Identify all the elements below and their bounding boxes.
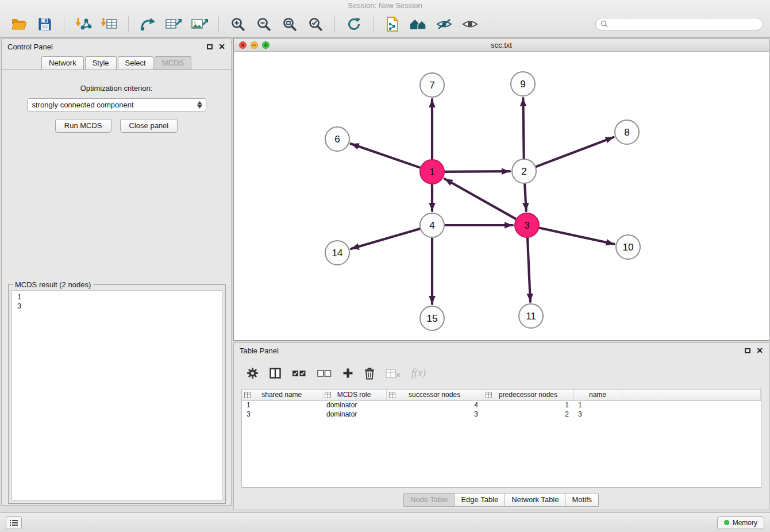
maximize-window-icon[interactable] <box>262 41 270 49</box>
cell-predecessor-nodes[interactable]: 2 <box>483 410 573 419</box>
open-session-button[interactable] <box>7 13 31 35</box>
cell-shared-name[interactable]: 3 <box>242 410 322 419</box>
deselect-all-button[interactable] <box>317 369 332 378</box>
cell-predecessor-nodes[interactable]: 1 <box>483 400 573 410</box>
search-input[interactable] <box>611 20 758 28</box>
table-toolbar: f(x) <box>234 358 769 383</box>
delete-table-button[interactable] <box>386 368 401 379</box>
graph-node-1[interactable]: 1 <box>420 160 444 184</box>
welcome-screen-button[interactable] <box>406 13 430 35</box>
graph-node-9[interactable]: 9 <box>511 72 535 96</box>
tab-network-table[interactable]: Network Table <box>505 493 565 507</box>
graph-node-2[interactable]: 2 <box>512 159 536 183</box>
close-panel-icon[interactable]: ✕ <box>218 44 225 49</box>
column-header[interactable]: name <box>573 390 622 400</box>
table-row[interactable]: 1 dominator 4 1 1 <box>242 400 761 410</box>
zoom-out-icon <box>256 17 271 32</box>
graph-node-14[interactable]: 14 <box>325 241 349 265</box>
graph-node-8[interactable]: 8 <box>615 120 639 144</box>
zoom-fit-button[interactable] <box>278 13 302 35</box>
graph-node-6[interactable]: 6 <box>325 127 349 151</box>
graph-edge-3-11[interactable] <box>528 236 530 302</box>
window-title: Session: New Session <box>0 0 770 10</box>
plus-icon <box>342 368 353 379</box>
delete-columns-button[interactable] <box>364 367 375 380</box>
table-mode-button[interactable] <box>247 367 259 379</box>
select-all-button[interactable] <box>292 369 306 378</box>
create-column-button[interactable] <box>342 368 353 379</box>
tab-mcds[interactable]: MCDS <box>155 56 191 70</box>
close-panel-button[interactable]: Close panel <box>120 119 178 133</box>
export-table-icon <box>165 17 182 32</box>
duplicate-network-button[interactable] <box>380 13 405 35</box>
toolbar-separator <box>218 16 219 32</box>
graph-node-15[interactable]: 15 <box>420 306 444 330</box>
zoom-selected-button[interactable] <box>303 13 328 35</box>
tab-network[interactable]: Network <box>41 56 84 70</box>
zoom-in-button[interactable] <box>226 13 250 35</box>
cell-successor-nodes[interactable]: 4 <box>386 400 483 410</box>
column-header[interactable]: predecessor nodes <box>483 390 573 400</box>
network-window-title: scc.txt <box>491 41 512 49</box>
export-network-button[interactable] <box>136 13 160 35</box>
task-history-button[interactable] <box>6 516 22 529</box>
graph-node-4[interactable]: 4 <box>420 213 444 237</box>
export-image-button[interactable] <box>187 13 211 35</box>
run-mcds-button[interactable]: Run MCDS <box>55 119 111 133</box>
import-table-button[interactable] <box>97 13 121 35</box>
graph-node-3[interactable]: 3 <box>515 213 539 237</box>
float-panel-icon[interactable] <box>207 44 213 49</box>
cell-shared-name[interactable]: 1 <box>242 400 322 410</box>
sort-icon <box>389 392 395 400</box>
export-image-icon <box>191 17 208 32</box>
graph-node-11[interactable]: 11 <box>519 304 543 328</box>
minimize-window-icon[interactable] <box>251 41 258 49</box>
graph-edge-4-14[interactable] <box>351 228 422 249</box>
graph-node-10[interactable]: 10 <box>616 235 640 259</box>
table-row[interactable]: 3 dominator 3 2 3 <box>242 410 761 419</box>
close-window-icon[interactable] <box>239 41 247 49</box>
save-session-button[interactable] <box>33 13 57 35</box>
zoom-out-button[interactable] <box>252 13 276 35</box>
graph-edge-1-2[interactable] <box>442 171 510 172</box>
search-box[interactable] <box>595 18 763 30</box>
tab-edge-table[interactable]: Edge Table <box>454 493 505 507</box>
graph-edge-2-3[interactable] <box>525 182 526 211</box>
mcds-result-box: MCDS result (2 nodes) 1 3 <box>8 284 226 504</box>
cell-mcds-role[interactable]: dominator <box>322 410 386 419</box>
show-columns-button[interactable] <box>270 368 281 379</box>
network-graph[interactable]: 1234678910111415 <box>234 52 769 340</box>
memory-button[interactable]: Memory <box>717 516 764 529</box>
show-hide-button[interactable] <box>458 13 482 35</box>
close-table-panel-icon[interactable]: ✕ <box>756 348 763 353</box>
graph-edge-3-1[interactable] <box>445 179 518 220</box>
graph-edge-3-10[interactable] <box>537 228 614 244</box>
toggle-graphics-details-button[interactable] <box>432 13 456 35</box>
column-header[interactable]: shared name <box>242 390 322 400</box>
graph-edge-2-9[interactable] <box>523 98 523 161</box>
graph-edge-2-8[interactable] <box>534 137 614 168</box>
tab-motifs[interactable]: Motifs <box>565 493 599 507</box>
graph-edge-1-6[interactable] <box>351 144 422 168</box>
import-network-button[interactable] <box>71 13 95 35</box>
column-header[interactable]: successor nodes <box>386 390 483 400</box>
column-header[interactable]: MCDS role <box>322 390 386 400</box>
export-table-button[interactable] <box>161 13 186 35</box>
graph-node-label: 1 <box>429 167 434 178</box>
graph-node-7[interactable]: 7 <box>420 73 444 97</box>
tab-style[interactable]: Style <box>85 56 117 70</box>
cell-name[interactable]: 1 <box>573 400 622 410</box>
tab-select[interactable]: Select <box>118 56 153 70</box>
mcds-result-list[interactable]: 1 3 <box>11 290 222 500</box>
function-builder-button[interactable]: f(x) <box>411 367 426 379</box>
tab-node-table[interactable]: Node Table <box>403 493 455 507</box>
criterion-dropdown[interactable]: strongly connected component <box>27 98 206 111</box>
cell-mcds-role[interactable]: dominator <box>322 400 386 410</box>
cell-name[interactable]: 3 <box>573 410 622 419</box>
cell-successor-nodes[interactable]: 3 <box>386 410 483 419</box>
refresh-button[interactable] <box>342 13 366 35</box>
main-toolbar <box>0 10 770 37</box>
zoom-in-icon <box>230 17 245 32</box>
dropdown-stepper-icon <box>197 101 203 109</box>
float-table-panel-icon[interactable] <box>745 348 750 353</box>
